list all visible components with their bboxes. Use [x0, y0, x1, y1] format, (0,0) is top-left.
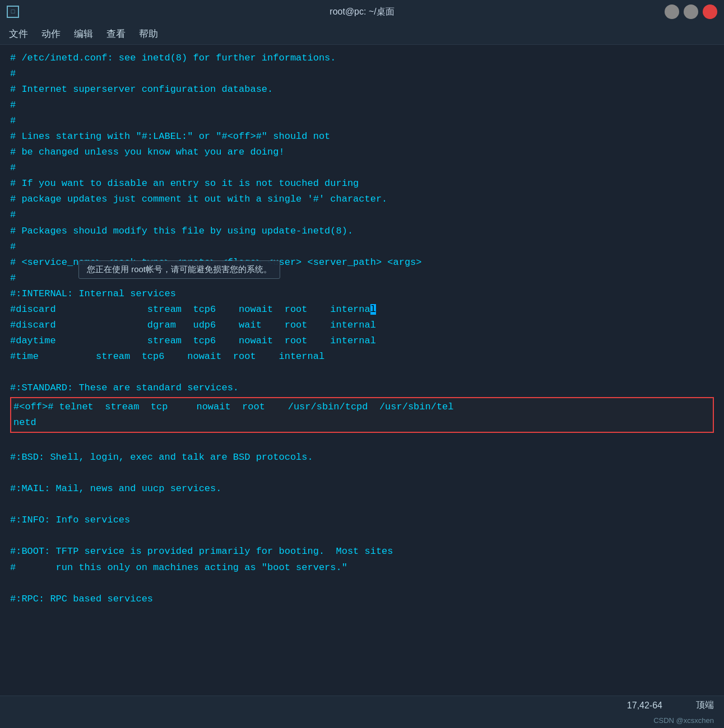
menu-help[interactable]: 帮助: [139, 27, 158, 40]
terminal-window: □ root@pc: ~/桌面 文件 动作 编辑 查看 帮助 # /etc/in…: [0, 0, 724, 728]
line-blank-3: [10, 497, 714, 512]
line-13: #: [10, 239, 714, 255]
line-9: # If you want to disable an entry so it …: [10, 176, 714, 192]
line-blank-4: [10, 528, 714, 544]
line-8: #: [10, 160, 714, 176]
cursor: l: [370, 304, 376, 315]
scroll-position: 顶端: [696, 699, 714, 711]
line-info: #:INFO: Info services: [10, 512, 714, 528]
line-21: [10, 365, 714, 380]
telnet-line-2: netd: [13, 415, 711, 431]
title-bar: □ root@pc: ~/桌面: [0, 0, 724, 24]
line-19: #daytime stream tcp6 nowait root interna…: [10, 333, 714, 349]
menu-actions[interactable]: 动作: [41, 27, 61, 40]
menu-view[interactable]: 查看: [106, 27, 126, 40]
menu-edit[interactable]: 编辑: [74, 27, 93, 40]
watermark-bar: CSDN @xcsxchen: [0, 715, 724, 728]
line-20: #time stream tcp6 nowait root internal: [10, 349, 714, 365]
line-blank-1: [10, 434, 714, 450]
line-mail: #:MAIL: Mail, news and uucp services.: [10, 481, 714, 497]
line-blank-5: [10, 576, 714, 591]
window-controls: [665, 4, 717, 19]
line-11: #: [10, 207, 714, 223]
line-18: #discard dgram udp6 wait root internal: [10, 318, 714, 333]
line-blank-2: [10, 465, 714, 481]
line-6: # Lines starting with "#:LABEL:" or "#<o…: [10, 129, 714, 144]
close-button[interactable]: [703, 4, 717, 19]
line-rpc: #:RPC: RPC based services: [10, 591, 714, 607]
line-3: # Internet superserver configuration dat…: [10, 82, 714, 97]
line-boot-1: #:BOOT: TFTP service is provided primari…: [10, 544, 714, 559]
line-4: #: [10, 97, 714, 113]
line-boot-2: # run this only on machines acting as "b…: [10, 560, 714, 576]
line-bsd: #:BSD: Shell, login, exec and talk are B…: [10, 450, 714, 465]
window-title: root@pc: ~/桌面: [329, 6, 394, 18]
minimize-button[interactable]: [665, 4, 679, 19]
line-7: # be changed unless you know what you ar…: [10, 144, 714, 160]
line-16: #:INTERNAL: Internal services: [10, 286, 714, 302]
title-bar-left: □: [7, 6, 19, 18]
menu-file[interactable]: 文件: [9, 27, 28, 40]
watermark-text: CSDN @xcsxchen: [653, 716, 714, 725]
maximize-button[interactable]: [684, 4, 698, 19]
line-10: # package updates just comment it out wi…: [10, 192, 714, 207]
menu-bar: 文件 动作 编辑 查看 帮助: [0, 24, 724, 45]
line-22: #:STANDARD: These are standard services.: [10, 380, 714, 396]
line-2: #: [10, 66, 714, 82]
telnet-line-1: #<off># telnet stream tcp nowait root /u…: [13, 399, 711, 415]
telnet-block: #<off># telnet stream tcp nowait root /u…: [10, 397, 714, 433]
tooltip: 您正在使用 root帐号，请可能避免损害您的系统。: [78, 260, 280, 279]
terminal-content[interactable]: # /etc/inetd.conf: see inetd(8) for furt…: [0, 45, 724, 696]
line-5: #: [10, 113, 714, 129]
status-left: [10, 701, 16, 711]
cursor-position: 17,42-64: [627, 701, 662, 711]
window-icon: □: [7, 6, 19, 18]
line-1: # /etc/inetd.conf: see inetd(8) for furt…: [10, 50, 714, 66]
status-bar: 17,42-64 顶端: [0, 696, 724, 715]
line-12: # Packages should modify this file by us…: [10, 223, 714, 239]
status-right: 17,42-64 顶端: [627, 699, 714, 711]
line-17: #discard stream tcp6 nowait root interna…: [10, 302, 714, 318]
